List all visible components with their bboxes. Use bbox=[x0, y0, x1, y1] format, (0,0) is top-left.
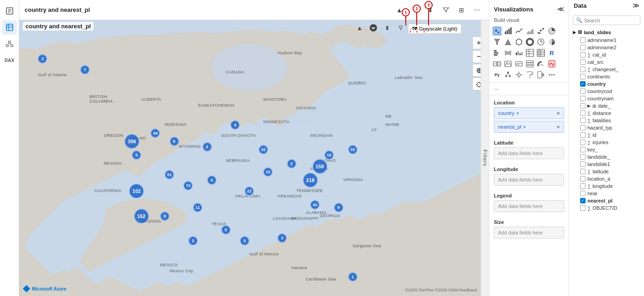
checkbox-adminname2[interactable] bbox=[580, 45, 586, 50]
location-field2[interactable]: nearest_pl ∨ ✕ bbox=[494, 121, 564, 133]
viz-icon-table[interactable] bbox=[525, 48, 535, 58]
cluster-3a[interactable]: 3 bbox=[188, 236, 198, 246]
sidebar-icon-report[interactable] bbox=[2, 4, 17, 18]
viz-icon-qa[interactable] bbox=[525, 70, 535, 80]
viz-icon-gauge[interactable] bbox=[536, 59, 546, 69]
data-item-nearest_pl[interactable]: ✓ nearest_pl bbox=[572, 197, 641, 204]
viz-icon-circle-chart[interactable] bbox=[547, 37, 557, 47]
cluster-3b[interactable]: 3 bbox=[277, 233, 287, 243]
cluster-7[interactable]: 7 bbox=[80, 65, 90, 75]
data-item-objectid[interactable]: ∑ OBJECTID bbox=[572, 204, 641, 212]
cluster-32[interactable]: 32 bbox=[258, 145, 268, 155]
cluster-44[interactable]: 44 bbox=[150, 128, 160, 138]
checkbox-objectid[interactable] bbox=[580, 205, 586, 211]
viz-icon-hex[interactable] bbox=[514, 37, 524, 47]
checkbox-hazard_typ[interactable] bbox=[580, 125, 586, 130]
data-collapse-btn[interactable]: ≫ bbox=[633, 2, 639, 9]
checkbox-key[interactable] bbox=[580, 147, 586, 152]
checkbox-injuries[interactable] bbox=[580, 140, 586, 145]
cluster-102[interactable]: 102 bbox=[129, 183, 144, 199]
data-item-near[interactable]: near bbox=[572, 190, 641, 197]
data-item-continentc[interactable]: continentc bbox=[572, 73, 641, 80]
checkbox-date[interactable] bbox=[580, 103, 586, 109]
map-down-circle-btn[interactable] bbox=[367, 22, 379, 34]
cluster-22[interactable]: 22 bbox=[244, 186, 254, 196]
data-item-countrycod[interactable]: countrycod bbox=[572, 88, 641, 95]
data-item-cat_src[interactable]: cat_src bbox=[572, 58, 641, 66]
viz-icon-area[interactable] bbox=[525, 26, 535, 36]
data-item-changeset[interactable]: ∑ changeset_ bbox=[572, 66, 641, 73]
cluster-2c[interactable]: 2 bbox=[287, 159, 297, 169]
data-group-header[interactable]: ▶ ⊞ land_slides bbox=[572, 28, 641, 36]
viz-icon-waterfall[interactable] bbox=[514, 48, 524, 58]
viz-icon-matrix[interactable] bbox=[536, 48, 546, 58]
checkbox-changeset[interactable] bbox=[580, 67, 586, 72]
viz-icon-card[interactable] bbox=[514, 59, 524, 69]
cluster-33[interactable]: 33 bbox=[348, 145, 358, 155]
checkbox-distance[interactable] bbox=[580, 110, 586, 116]
data-item-fatalities[interactable]: ∑ fatalities bbox=[572, 117, 641, 124]
toolbar-more-btn[interactable]: ⋯ bbox=[471, 4, 483, 16]
checkbox-countrycod[interactable] bbox=[580, 88, 586, 94]
cluster-2b[interactable]: 2 bbox=[202, 142, 212, 152]
data-item-hazard_typ[interactable]: hazard_typ bbox=[572, 124, 641, 131]
location-field1[interactable]: country ∨ ✕ bbox=[494, 107, 564, 119]
latitude-drop-zone[interactable]: Add data fields here bbox=[494, 147, 564, 159]
checkbox-id[interactable] bbox=[580, 132, 586, 138]
viz-icon-map[interactable] bbox=[492, 26, 502, 36]
cluster-5b[interactable]: 5 bbox=[221, 225, 231, 235]
data-item-landslide1[interactable]: landslide1 bbox=[572, 161, 641, 168]
data-item-longitude[interactable]: ∑ longitude bbox=[572, 182, 641, 190]
cluster-8[interactable]: 8 bbox=[160, 211, 170, 221]
cluster-10[interactable]: 10 bbox=[263, 167, 273, 177]
cluster-2a[interactable]: 2 bbox=[37, 54, 47, 64]
viz-icon-clock[interactable] bbox=[536, 37, 546, 47]
cluster-16[interactable]: 16 bbox=[324, 150, 334, 160]
map-copyright[interactable]: ©2025 TomTom ©2025 OSM Feedback bbox=[405, 288, 477, 292]
data-item-countrynam[interactable]: countrynam bbox=[572, 95, 641, 102]
cluster-5c[interactable]: 5 bbox=[240, 236, 250, 246]
viz-icon-line[interactable] bbox=[514, 26, 524, 36]
toolbar-filter-icon-btn[interactable] bbox=[440, 4, 452, 16]
data-item-adminname1[interactable]: adminname1 bbox=[572, 36, 641, 44]
cluster-4b[interactable]: 4 bbox=[207, 175, 217, 185]
data-item-distance[interactable]: ∑ distance bbox=[572, 109, 641, 117]
longitude-drop-zone[interactable]: Add data fields here bbox=[494, 174, 564, 186]
cluster-9a[interactable]: 9 bbox=[169, 136, 179, 146]
viz-icon-mountain[interactable] bbox=[503, 37, 513, 47]
location-field2-remove[interactable]: ✕ bbox=[556, 125, 560, 130]
data-search-input[interactable] bbox=[584, 18, 644, 23]
cluster-162[interactable]: 162 bbox=[134, 208, 149, 224]
data-item-key[interactable]: key_ bbox=[572, 146, 641, 153]
cluster-5a[interactable]: 5 bbox=[131, 150, 141, 160]
checkbox-fatalities[interactable] bbox=[580, 118, 586, 123]
checkbox-nearest_pl[interactable]: ✓ bbox=[580, 198, 586, 203]
viz-icon-bar[interactable] bbox=[503, 26, 513, 36]
data-item-id[interactable]: ∑ id bbox=[572, 131, 641, 139]
checkbox-countrynam[interactable] bbox=[580, 96, 586, 101]
sidebar-icon-table[interactable] bbox=[2, 20, 17, 35]
data-item-country[interactable]: ✓ country bbox=[572, 80, 641, 88]
viz-icon-donut[interactable] bbox=[525, 37, 535, 47]
cluster-306[interactable]: 306 bbox=[124, 134, 140, 149]
data-item-adminname2[interactable]: adminname2 bbox=[572, 44, 641, 51]
checkbox-longitude[interactable] bbox=[580, 183, 586, 189]
viz-icon-multirow-card[interactable] bbox=[525, 59, 535, 69]
checkbox-near[interactable] bbox=[580, 191, 586, 196]
viz-icon-python[interactable]: Py bbox=[492, 70, 502, 80]
size-drop-zone[interactable]: Add data fields here bbox=[494, 227, 564, 239]
cluster-74[interactable]: 74 bbox=[183, 181, 193, 191]
checkbox-location_a[interactable] bbox=[580, 176, 586, 182]
viz-icon-funnel[interactable] bbox=[492, 37, 502, 47]
toolbar-expand-btn[interactable]: ⊞ bbox=[455, 4, 468, 16]
map-up-btn[interactable]: ▲ bbox=[354, 22, 366, 34]
viz-icon-more-viz[interactable] bbox=[547, 70, 557, 80]
viz-icon-kpi[interactable] bbox=[492, 59, 502, 69]
location-field1-remove[interactable]: ✕ bbox=[556, 111, 560, 116]
viz-icon-image[interactable] bbox=[503, 59, 513, 69]
viz-icon-pie[interactable] bbox=[547, 26, 557, 36]
viz-more-dots[interactable]: ··· bbox=[489, 84, 569, 93]
cluster-9b[interactable]: 9 bbox=[334, 203, 344, 213]
checkbox-landslide[interactable] bbox=[580, 154, 586, 160]
viz-icon-decomp[interactable] bbox=[503, 70, 513, 80]
